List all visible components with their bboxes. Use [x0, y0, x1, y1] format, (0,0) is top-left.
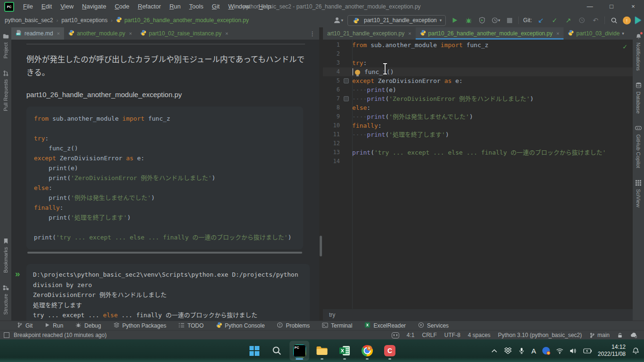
editor-line[interactable]: 12 — [323, 139, 633, 148]
editor-line[interactable]: 1from sub.another_module import func_z — [323, 41, 633, 49]
editor-line[interactable]: 10finally: — [323, 121, 633, 130]
tab-part10-02-raise-instance-py[interactable]: part10_02_raise_instance.py× — [136, 27, 233, 40]
tab-close-icon[interactable]: × — [129, 31, 132, 36]
commit-button[interactable]: ✓ — [550, 15, 559, 25]
taskbar-excel-icon[interactable] — [335, 341, 354, 361]
maximize-button[interactable]: □ — [601, 0, 622, 13]
tool-strip-item-structure[interactable]: Structure — [2, 284, 9, 315]
tab-close-icon[interactable]: × — [556, 31, 559, 36]
intention-bulb-icon[interactable] — [355, 70, 360, 75]
preview-vscrollbar[interactable] — [320, 236, 322, 256]
toolwindow-python-packages[interactable]: Python Packages — [113, 322, 166, 329]
toolwindow-services[interactable]: Services — [418, 322, 449, 329]
dropbox-icon[interactable] — [504, 347, 512, 354]
ime-indicator[interactable]: A — [531, 347, 536, 355]
menu-refactor[interactable]: Refactor — [134, 0, 165, 13]
breadcrumb-item[interactable]: python_basic_sec2 — [5, 17, 53, 24]
ide-update-badge[interactable]: ↑ — [623, 16, 631, 25]
editor-line[interactable]: 14 — [323, 157, 633, 166]
copilot-status-icon[interactable] — [392, 332, 399, 338]
tab-readme-md[interactable]: MDreadme.md× — [11, 27, 64, 40]
tool-strip-item-pull-requests[interactable]: Pull Requests — [2, 70, 9, 111]
push-button[interactable]: ↗ — [564, 15, 573, 25]
tool-strip-item-sciview[interactable]: SciView — [635, 180, 642, 207]
markdown-preview[interactable]: 例外が発生したのが呼び出したカラブルや別モジュール内であってもハンドルできる。 … — [11, 40, 319, 321]
toolwindow-python-console[interactable]: Python Console — [216, 322, 265, 329]
tab-close-icon[interactable]: × — [225, 31, 228, 36]
breadcrumb-item[interactable]: part10_26_handle_another_module_exceptio… — [116, 16, 249, 24]
clock[interactable]: 14:12 2022/11/08 — [598, 344, 626, 358]
fold-marker-icon[interactable] — [344, 78, 349, 83]
indent-widget[interactable]: 4 spaces — [468, 332, 491, 338]
lock-icon[interactable] — [617, 332, 623, 338]
toolwindow-git[interactable]: Git — [17, 322, 32, 329]
editor-line[interactable]: 9····print('例外は発生しませんでした') — [323, 112, 633, 121]
toolwindow-problems[interactable]: Problems — [277, 322, 310, 329]
toolwindow-todo[interactable]: TODO — [178, 322, 203, 329]
menu-git[interactable]: Git — [208, 0, 224, 13]
minimize-button[interactable]: — — [579, 0, 601, 13]
tab-art10-21-handle-exception-py[interactable]: art10_21_handle_exception.py× — [323, 27, 416, 40]
microphone-icon[interactable] — [518, 347, 525, 354]
code-with-me-button[interactable] — [635, 16, 641, 24]
tool-strip-item-database[interactable]: Database — [635, 82, 642, 114]
interpreter-widget[interactable]: Python 3.10 (python_basic_sec2) — [498, 332, 582, 338]
menu-file[interactable]: File — [19, 0, 37, 13]
menu-view[interactable]: View — [56, 0, 78, 13]
user-icon[interactable]: ▾ — [333, 15, 343, 25]
editor-line[interactable]: 6····print(e) — [323, 85, 633, 94]
encoding-widget[interactable]: UTF-8 — [444, 332, 460, 338]
stop-button[interactable] — [505, 15, 514, 25]
volume-icon[interactable] — [570, 348, 577, 354]
editor-line[interactable]: 2 — [323, 49, 633, 58]
taskbar-camtasia-icon[interactable]: C — [380, 341, 400, 361]
tool-strip-item-project[interactable]: Project — [2, 33, 9, 58]
tool-strip-item-github-copilot[interactable]: GitHub Copilot — [635, 125, 642, 168]
pane-splitter[interactable] — [319, 27, 323, 321]
menu-run[interactable]: Run — [165, 0, 185, 13]
wifi-icon[interactable] — [556, 348, 564, 354]
tab-close-icon[interactable]: × — [408, 31, 411, 36]
menu-tools[interactable]: Tools — [185, 0, 208, 13]
tab-options-icon[interactable]: ⋮ — [628, 27, 633, 40]
profiler-button[interactable]: ▾ — [491, 15, 500, 25]
history-button[interactable] — [577, 15, 587, 25]
run-button[interactable] — [450, 15, 459, 25]
notifications-gear-icon[interactable] — [630, 332, 637, 338]
close-button[interactable]: × — [622, 0, 644, 13]
caret-position-widget[interactable]: 4:1 — [407, 332, 415, 338]
taskbar-start-icon[interactable] — [244, 341, 264, 361]
taskbar-explorer-icon[interactable] — [312, 341, 332, 361]
tab-close-icon[interactable]: × — [57, 31, 60, 36]
toolwindow-excelreader[interactable]: ExcelReader — [364, 322, 406, 329]
battery-icon[interactable] — [583, 348, 592, 354]
notification-bell-icon[interactable]: z — [632, 347, 639, 354]
editor-line[interactable]: 7····print('ZeroDivisionError 例外をハンドルしまし… — [323, 94, 633, 103]
blue-app-icon[interactable] — [542, 347, 550, 354]
rollback-button[interactable]: ↶ — [591, 15, 600, 25]
fold-marker-icon[interactable] — [344, 96, 349, 101]
update-project-button[interactable]: ↙ — [536, 15, 546, 25]
toolwindow-terminal[interactable]: Terminal — [322, 322, 352, 329]
debug-button[interactable] — [464, 15, 473, 25]
breadcrumb-item[interactable]: part10_exceptions — [61, 17, 107, 24]
tab-another-module-py[interactable]: another_module.py× — [64, 27, 136, 40]
taskbar-search-icon[interactable] — [267, 341, 287, 361]
editor-line[interactable]: 5except ZeroDivisionError as e: — [323, 76, 633, 85]
line-ending-widget[interactable]: CRLF — [422, 332, 436, 338]
pycharm-logo-icon[interactable]: PC — [4, 2, 14, 12]
editor-line[interactable]: 11····print('処理を終了します') — [323, 130, 633, 139]
search-everywhere-button[interactable] — [609, 15, 619, 25]
inspection-ok-icon[interactable]: ✓ — [623, 42, 627, 51]
taskbar-pycharm-icon[interactable]: PC — [290, 341, 309, 361]
tray-chevron-icon[interactable] — [491, 349, 498, 353]
menu-edit[interactable]: Edit — [37, 0, 56, 13]
toolwindow-run[interactable]: Run — [45, 322, 63, 329]
tool-strip-item-bookmarks[interactable]: Bookmarks — [2, 238, 9, 273]
editor-line[interactable]: 8else: — [323, 103, 633, 112]
editor-line[interactable]: 3try: — [323, 58, 633, 67]
editor-breadcrumb-item[interactable]: try — [329, 312, 335, 318]
status-message-area[interactable]: Breakpoint reached (10 minutes ago) — [0, 332, 106, 338]
tab-part10-03-divide[interactable]: part10_03_divide▾ — [564, 27, 628, 40]
menu-navigate[interactable]: Navigate — [78, 0, 110, 13]
